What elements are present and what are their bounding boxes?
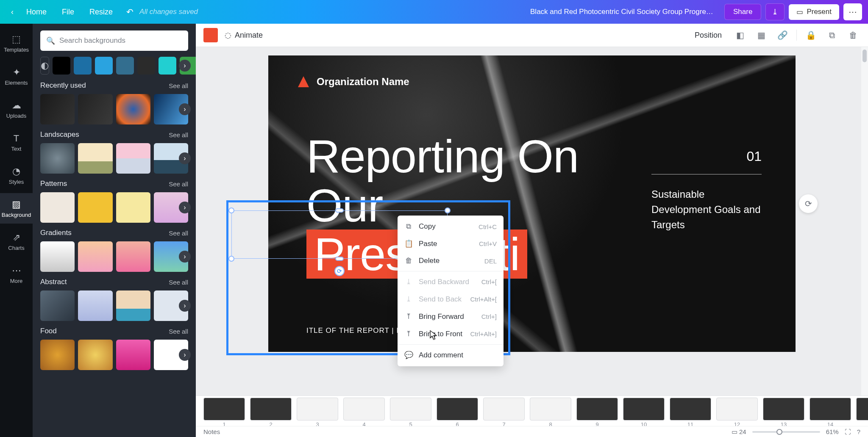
background-thumb[interactable]: [116, 340, 150, 370]
present-button[interactable]: ▭ Present: [789, 4, 839, 20]
color-swatch[interactable]: [74, 57, 92, 75]
resize-handle[interactable]: [335, 257, 344, 261]
sync-button[interactable]: ⟳: [799, 194, 818, 213]
search-input[interactable]: 🔍 Search backgrounds: [40, 30, 188, 51]
lock-icon[interactable]: 🔒: [804, 30, 818, 40]
slide-thumb[interactable]: [250, 398, 292, 420]
background-thumb[interactable]: [78, 241, 112, 272]
background-thumb[interactable]: [116, 290, 150, 321]
file-menu[interactable]: File: [54, 8, 82, 17]
page-count[interactable]: ▭ 24: [732, 428, 746, 436]
animate-button[interactable]: ◌ Animate: [225, 30, 263, 40]
row-next-button[interactable]: ›: [179, 103, 191, 115]
rail-uploads[interactable]: ☁Uploads: [0, 94, 33, 124]
color-swatch[interactable]: [53, 57, 70, 75]
slide-thumb[interactable]: [670, 398, 711, 420]
position-button[interactable]: Position: [690, 31, 726, 40]
rail-elements[interactable]: ✦Elements: [0, 61, 33, 91]
row-next-button[interactable]: ›: [179, 300, 191, 312]
color-swatch[interactable]: [116, 57, 134, 75]
row-next-button[interactable]: ›: [179, 202, 191, 213]
swatch-next-button[interactable]: ›: [179, 60, 191, 72]
more-button[interactable]: ⋯: [843, 3, 862, 20]
rail-text[interactable]: TText: [0, 127, 33, 158]
resize-handle[interactable]: [335, 208, 344, 213]
background-thumb[interactable]: [78, 340, 112, 370]
color-swatch[interactable]: [159, 57, 176, 75]
zoom-slider[interactable]: [752, 431, 820, 433]
see-all-link[interactable]: See all: [169, 131, 188, 138]
ctx-delete[interactable]: 🗑DeleteDEL: [398, 252, 504, 269]
slide-thumb[interactable]: [623, 398, 665, 420]
slide-thumb[interactable]: [576, 398, 618, 420]
background-thumb[interactable]: [40, 340, 75, 370]
resize-menu[interactable]: Resize: [82, 8, 120, 17]
ctx-bring-forward[interactable]: ⤒Bring ForwardCtrl+]: [398, 308, 504, 325]
background-thumb[interactable]: [116, 143, 150, 174]
see-all-link[interactable]: See all: [169, 230, 188, 237]
slide-thumb[interactable]: [483, 398, 525, 420]
background-thumb[interactable]: [78, 143, 112, 174]
row-next-button[interactable]: ›: [179, 152, 191, 164]
org-header[interactable]: Organization Name: [298, 76, 409, 88]
background-thumb[interactable]: [116, 241, 150, 272]
vertical-scrollbar[interactable]: [861, 47, 868, 396]
background-thumb[interactable]: [78, 192, 112, 223]
slide-thumb[interactable]: [856, 398, 868, 420]
ctx-copy[interactable]: ⧉CopyCtrl+C: [398, 218, 504, 235]
image-picker-button[interactable]: ◐: [40, 57, 49, 75]
rail-background[interactable]: ▨Background: [0, 193, 33, 224]
document-title[interactable]: Black and Red Photocentric Civil Society…: [530, 8, 717, 16]
link-icon[interactable]: 🔗: [775, 30, 790, 40]
background-thumb[interactable]: [40, 94, 75, 124]
slide-number[interactable]: 01: [746, 149, 762, 164]
resize-handle[interactable]: [228, 256, 234, 262]
see-all-link[interactable]: See all: [169, 82, 188, 89]
fullscreen-icon[interactable]: ⛶: [845, 428, 851, 435]
slide-thumb[interactable]: [530, 398, 571, 420]
transparency-icon[interactable]: ◧: [733, 30, 747, 40]
help-icon[interactable]: ?: [857, 428, 860, 435]
back-button[interactable]: ‹: [6, 8, 19, 17]
background-thumb[interactable]: [78, 290, 112, 321]
checker-icon[interactable]: ▦: [754, 30, 768, 40]
rotate-handle[interactable]: ⟳: [334, 266, 345, 276]
background-thumb[interactable]: [78, 94, 112, 124]
slide-thumb[interactable]: [297, 398, 338, 420]
ctx-paste[interactable]: 📋PasteCtrl+V: [398, 235, 504, 252]
resize-handle[interactable]: [228, 207, 234, 213]
share-button[interactable]: Share: [724, 4, 761, 20]
rail-charts[interactable]: ⇗Charts: [0, 226, 33, 257]
download-button[interactable]: ⤓: [765, 3, 785, 20]
trash-icon[interactable]: 🗑: [846, 30, 860, 40]
slide-thumb[interactable]: [203, 398, 245, 420]
notes-button[interactable]: Notes: [203, 428, 220, 435]
background-thumb[interactable]: [40, 192, 75, 223]
rail-more[interactable]: ⋯More: [0, 259, 33, 290]
ctx-add-comment[interactable]: 💬Add comment: [398, 346, 504, 364]
see-all-link[interactable]: See all: [169, 328, 188, 335]
background-thumb[interactable]: [40, 143, 75, 174]
slide-thumb[interactable]: [810, 398, 851, 420]
rail-templates[interactable]: ⬚Templates: [0, 28, 33, 58]
see-all-link[interactable]: See all: [169, 279, 188, 286]
zoom-value[interactable]: 61%: [826, 428, 839, 435]
slide-thumb[interactable]: [343, 398, 385, 420]
background-thumb[interactable]: [116, 94, 150, 124]
canvas-area[interactable]: Organization Name Reporting On Our Prese…: [196, 47, 868, 396]
slide-thumb[interactable]: [716, 398, 758, 420]
home-menu[interactable]: Home: [19, 8, 54, 17]
duplicate-icon[interactable]: ⧉: [825, 30, 839, 40]
undo-button[interactable]: ↶: [120, 7, 139, 17]
background-thumb[interactable]: [40, 241, 75, 272]
slide-thumb[interactable]: [763, 398, 804, 420]
row-next-button[interactable]: ›: [179, 349, 191, 361]
color-swatch[interactable]: [95, 57, 113, 75]
fill-color-button[interactable]: [203, 28, 218, 42]
slide-thumb[interactable]: [437, 398, 478, 420]
resize-handle[interactable]: [445, 207, 451, 213]
background-thumb[interactable]: [40, 290, 75, 321]
row-next-button[interactable]: ›: [179, 251, 191, 263]
slide-side-text[interactable]: Sustainable Development Goals and Target…: [651, 187, 762, 232]
see-all-link[interactable]: See all: [169, 180, 188, 188]
